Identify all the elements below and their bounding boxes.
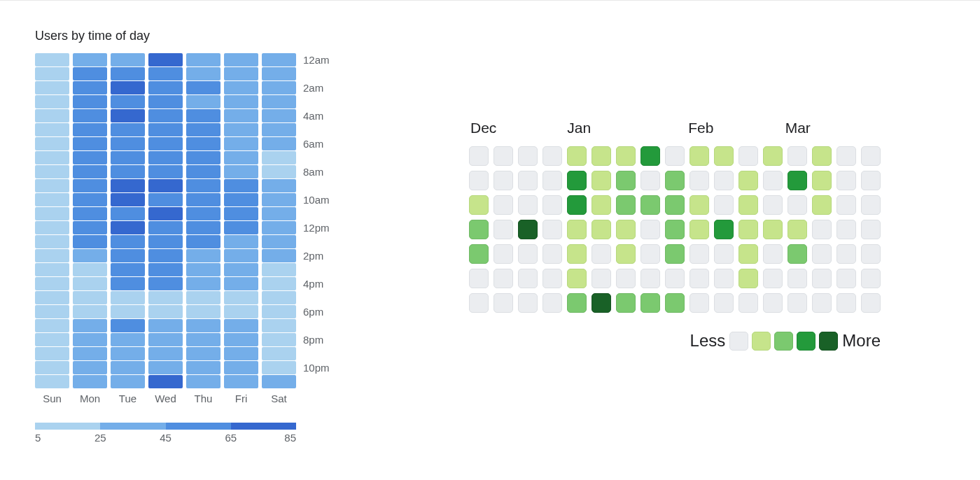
calendar-column — [567, 146, 587, 313]
month-labels: DecJanFebMar — [469, 120, 882, 136]
heatmap-cell — [111, 53, 145, 66]
heatmap-cell — [73, 151, 107, 164]
calendar-cell — [640, 293, 660, 313]
heatmap-cell — [148, 291, 183, 304]
calendar-cell — [469, 269, 489, 288]
heatmap-grid — [35, 53, 296, 388]
legend-tick: 65 — [225, 432, 237, 444]
calendar-cell — [690, 220, 709, 239]
heatmap-cell — [35, 137, 69, 150]
heatmap-cell — [111, 67, 145, 80]
heatmap-cell — [262, 235, 296, 248]
calendar-cell — [665, 269, 685, 288]
calendar-cell — [665, 146, 685, 166]
heatmap-cell — [35, 277, 69, 290]
heatmap-cell — [111, 81, 145, 94]
calendar-cell — [738, 195, 758, 215]
heatmap-cell — [186, 305, 220, 318]
legend-swatch — [752, 332, 771, 351]
heatmap-cell — [224, 263, 258, 276]
calendar-cell — [788, 293, 807, 313]
heatmap-cell — [111, 137, 145, 150]
heatmap-cell — [111, 361, 145, 374]
heatmap-cell — [186, 179, 220, 192]
x-tick-label: Tue — [111, 393, 145, 404]
heatmap-cell — [111, 263, 145, 276]
calendar-cell — [788, 244, 807, 264]
heatmap-cell — [262, 263, 296, 276]
heatmap-cell — [186, 333, 220, 346]
calendar-cell — [763, 220, 783, 239]
calendar-cell — [518, 146, 538, 166]
heatmap-cell — [35, 305, 69, 318]
calendar-column — [690, 146, 709, 313]
calendar-column — [665, 146, 685, 313]
calendar-cell — [861, 171, 881, 190]
heatmap-cell — [35, 347, 69, 360]
y-tick-label: 6am — [303, 137, 330, 151]
y-tick-label: 6pm — [303, 305, 330, 319]
calendar-cell — [518, 220, 538, 239]
y-tick-label: 12pm — [303, 221, 330, 235]
heatmap-cell — [35, 95, 69, 108]
calendar-cell — [493, 171, 513, 190]
heatmap-cell — [148, 95, 183, 108]
heatmap-cell — [186, 165, 220, 178]
heatmap-cell — [73, 291, 107, 304]
calendar-cell — [763, 171, 783, 190]
calendar-cell — [690, 195, 709, 215]
heatmap-cell — [186, 109, 220, 122]
calendar-cell — [567, 244, 587, 264]
heatmap-cell — [186, 207, 220, 220]
calendar-cell — [690, 293, 709, 313]
heatmap-cell — [224, 193, 258, 206]
legend-more-label: More — [842, 331, 881, 351]
heatmap-cell — [111, 179, 145, 192]
heatmap-cell — [73, 81, 107, 94]
heatmap-cell — [35, 151, 69, 164]
calendar-cell — [861, 293, 881, 313]
heatmap-cell — [73, 263, 107, 276]
heatmap-cell — [148, 375, 183, 388]
heatmap-cell — [224, 333, 258, 346]
calendar-cell — [714, 293, 734, 313]
heatmap-cell — [262, 361, 296, 374]
heatmap-cell — [35, 81, 69, 94]
calendar-column — [738, 146, 758, 313]
heatmap-cell — [186, 193, 220, 206]
heatmap-cell — [148, 263, 183, 276]
calendar-cell — [665, 293, 685, 313]
calendar-cell — [861, 220, 881, 239]
calendar-cell — [836, 171, 856, 190]
heatmap-cell — [111, 207, 145, 220]
heatmap-cell — [35, 263, 69, 276]
x-tick-label: Sat — [262, 393, 296, 404]
heatmap-column — [35, 53, 69, 388]
heatmap-cell — [262, 53, 296, 66]
calendar-cell — [542, 171, 562, 190]
heatmap-cell — [262, 123, 296, 136]
legend-segment — [231, 423, 296, 430]
calendar-cell — [640, 171, 660, 190]
heatmap-cell — [148, 277, 183, 290]
heatmap-cell — [73, 361, 107, 374]
heatmap-cell — [186, 361, 220, 374]
calendar-cell — [861, 269, 881, 288]
heatmap-cell — [186, 137, 220, 150]
heatmap-column — [262, 53, 296, 388]
heatmap-cell — [224, 291, 258, 304]
heatmap-cell — [148, 305, 183, 318]
x-tick-label: Mon — [73, 393, 107, 404]
y-tick-label: 12am — [303, 53, 330, 67]
legend-tick: 45 — [160, 432, 172, 444]
heatmap-cell — [73, 305, 107, 318]
calendar-cell — [567, 293, 587, 313]
heatmap-cell — [224, 95, 258, 108]
calendar-cell — [861, 195, 881, 215]
heatmap-column — [73, 53, 107, 388]
heatmap-cell — [186, 235, 220, 248]
heatmap-cell — [73, 249, 107, 262]
heatmap-cell — [224, 347, 258, 360]
heatmap-cell — [262, 165, 296, 178]
calendar-cell — [567, 220, 587, 239]
